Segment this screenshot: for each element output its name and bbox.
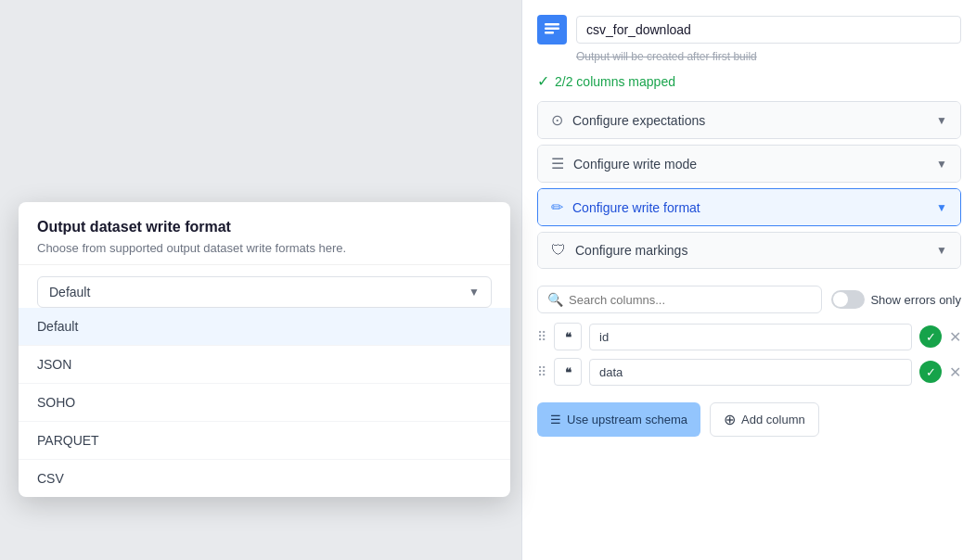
- status-check-data: ✓: [919, 361, 942, 383]
- format-option-soho[interactable]: SOHO: [19, 384, 510, 422]
- use-upstream-schema-button[interactable]: ☰ Use upstream schema: [537, 402, 700, 437]
- column-row-id: ⠿ ❝ ✓ ✕: [537, 323, 961, 350]
- column-input-data[interactable]: [589, 359, 912, 386]
- toggle-group: Show errors only: [831, 290, 961, 309]
- show-errors-label: Show errors only: [870, 293, 961, 307]
- popup-header: Output dataset write format Choose from …: [19, 202, 510, 265]
- accordion-expectations[interactable]: ⊙ Configure expectations ▼: [537, 101, 961, 139]
- write-format-chevron-icon: ▼: [936, 201, 947, 214]
- accordion-header-markings[interactable]: 🛡 Configure markings ▼: [538, 233, 960, 268]
- accordion-header-expectations[interactable]: ⊙ Configure expectations ▼: [538, 102, 960, 138]
- svg-rect-2: [545, 32, 554, 34]
- accordion-markings[interactable]: 🛡 Configure markings ▼: [537, 232, 961, 269]
- write-format-popup: Output dataset write format Choose from …: [19, 202, 510, 497]
- show-errors-toggle[interactable]: [831, 290, 865, 309]
- dataset-header: [537, 15, 961, 45]
- write-mode-icon: ☰: [551, 155, 564, 172]
- format-option-json[interactable]: JSON: [19, 346, 510, 384]
- search-input[interactable]: [569, 293, 812, 307]
- accordion-left-write-format: ✏ Configure write format: [551, 198, 700, 216]
- bottom-row: ☰ Use upstream schema ⊕ Add column: [537, 402, 961, 437]
- format-dropdown-label: Default: [49, 285, 90, 299]
- right-panel: Output will be created after first build…: [521, 0, 976, 560]
- column-row-data: ⠿ ❝ ✓ ✕: [537, 358, 961, 386]
- status-check-id: ✓: [919, 325, 942, 348]
- markings-icon: 🛡: [551, 242, 566, 259]
- search-box[interactable]: 🔍: [537, 286, 822, 313]
- expectations-icon: ⊙: [551, 111, 563, 129]
- remove-btn-id[interactable]: ✕: [949, 328, 961, 346]
- quote-badge-data: ❝: [554, 358, 582, 386]
- drag-handle-data[interactable]: ⠿: [537, 364, 546, 379]
- expectations-chevron-icon: ▼: [936, 114, 947, 127]
- remove-btn-data[interactable]: ✕: [949, 363, 961, 381]
- accordion-left-expectations: ⊙ Configure expectations: [551, 111, 705, 129]
- columns-mapped: ✓ 2/2 columns mapped: [537, 72, 961, 90]
- accordion-header-write-mode[interactable]: ☰ Configure write mode ▼: [538, 146, 960, 182]
- format-options-list: Default JSON SOHO PARQUET CSV: [19, 308, 510, 497]
- format-option-csv[interactable]: CSV: [19, 460, 510, 497]
- dropdown-chevron-icon: ▼: [469, 286, 480, 299]
- add-column-label: Add column: [741, 413, 805, 426]
- write-mode-chevron-icon: ▼: [936, 158, 947, 171]
- add-column-icon: ⊕: [724, 411, 736, 428]
- accordion-write-mode[interactable]: ☰ Configure write mode ▼: [537, 145, 961, 183]
- accordion-left-markings: 🛡 Configure markings: [551, 242, 687, 259]
- check-icon: ✓: [537, 72, 549, 90]
- accordion-header-write-format[interactable]: ✏ Configure write format ▼: [538, 189, 960, 225]
- upstream-label: Use upstream schema: [567, 413, 687, 426]
- format-option-parquet[interactable]: PARQUET: [19, 422, 510, 460]
- popup-title: Output dataset write format: [37, 219, 492, 235]
- search-row: 🔍 Show errors only: [537, 286, 961, 313]
- search-icon: 🔍: [547, 292, 563, 307]
- expectations-label: Configure expectations: [572, 113, 705, 128]
- accordion-left-write-mode: ☰ Configure write mode: [551, 155, 697, 172]
- svg-rect-0: [545, 23, 559, 26]
- dataset-icon: [537, 15, 567, 45]
- format-option-default[interactable]: Default: [19, 308, 510, 346]
- popup-subtitle: Choose from supported output dataset wri…: [37, 241, 492, 255]
- write-format-label: Configure write format: [572, 200, 700, 215]
- markings-chevron-icon: ▼: [936, 244, 947, 257]
- write-format-icon: ✏: [551, 198, 563, 216]
- add-column-button[interactable]: ⊕ Add column: [710, 402, 819, 437]
- markings-label: Configure markings: [575, 243, 687, 258]
- format-dropdown[interactable]: Default ▼: [37, 276, 492, 308]
- columns-mapped-text: 2/2 columns mapped: [555, 74, 675, 89]
- quote-badge-id: ❝: [554, 323, 582, 350]
- drag-handle-id[interactable]: ⠿: [537, 329, 546, 344]
- accordion-write-format[interactable]: ✏ Configure write format ▼: [537, 188, 961, 226]
- output-hint: Output will be created after first build: [576, 50, 961, 63]
- svg-rect-1: [545, 28, 559, 31]
- upstream-icon: ☰: [550, 413, 561, 426]
- dataset-name-input[interactable]: [576, 16, 961, 44]
- write-mode-label: Configure write mode: [573, 157, 697, 172]
- column-input-id[interactable]: [589, 324, 912, 350]
